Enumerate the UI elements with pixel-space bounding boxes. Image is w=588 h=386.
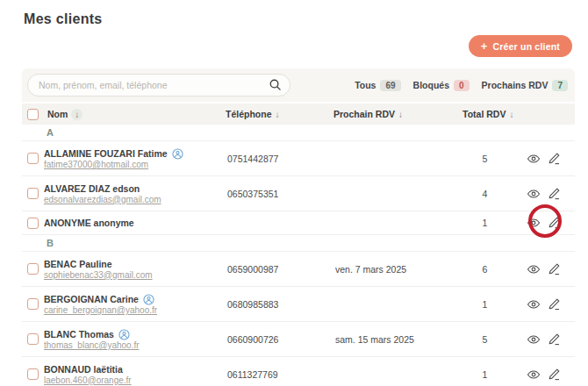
client-name-cell: BERGOIGNAN Carine carine_bergoignan@yaho… — [40, 293, 224, 315]
user-account-icon — [118, 328, 130, 340]
group-row-b: B — [22, 235, 575, 252]
edit-client-button-annotated[interactable] — [547, 216, 561, 230]
table-row[interactable]: BERGOIGNAN Carine carine_bergoignan@yaho… — [22, 287, 575, 322]
client-email-link[interactable]: carine_bergoignan@yahoo.fr — [44, 305, 224, 315]
edit-client-button[interactable] — [547, 297, 561, 311]
filter-all-count: 69 — [380, 80, 400, 91]
client-total-rdv: 5 — [443, 334, 527, 345]
group-letter: B — [47, 238, 54, 248]
client-phone: 0659000987 — [224, 264, 332, 275]
table-row[interactable]: ANONYME anonyme 1 — [22, 211, 575, 235]
table-row[interactable]: BONNAUD laëtitia laebon.460@orange.fr 06… — [22, 357, 575, 386]
view-client-button[interactable] — [527, 187, 541, 201]
sort-icon-telephone[interactable]: ↓ — [276, 110, 280, 119]
client-phone: 0680985883 — [224, 299, 332, 310]
edit-client-button[interactable] — [547, 262, 561, 276]
edit-client-button[interactable] — [547, 332, 561, 347]
group-row-a: A — [22, 125, 575, 141]
clients-panel: Tous 69 Bloqués 0 Prochains RDV 7 Nom ↓ — [22, 68, 575, 386]
create-client-label: Créer un client — [492, 41, 560, 52]
client-phone: 0650375351 — [224, 189, 332, 199]
view-client-button[interactable] — [527, 216, 541, 230]
table-row[interactable]: ALLAMINE FOUZARI Fatime fatime37000@hotm… — [22, 141, 575, 176]
view-client-button[interactable] — [527, 332, 541, 347]
client-next-rdv: sam. 15 mars 2025 — [332, 334, 443, 345]
client-next-rdv: ven. 7 mars 2025 — [332, 264, 443, 275]
client-total-rdv: 6 — [443, 264, 527, 275]
client-name: BLANC Thomas — [44, 329, 114, 340]
row-checkbox[interactable] — [27, 263, 39, 275]
user-account-icon — [143, 293, 154, 304]
client-phone: 0660900726 — [224, 334, 332, 345]
page-title: Mes clients — [24, 11, 103, 27]
user-account-icon — [172, 147, 183, 159]
filter-upcoming-rdv-count: 7 — [552, 80, 568, 91]
create-client-button[interactable]: + Créer un client — [469, 35, 572, 57]
group-letter: A — [47, 127, 54, 138]
client-name: ALLAMINE FOUZARI Fatime — [44, 148, 168, 159]
client-name: BENAC Pauline — [44, 259, 112, 269]
column-header-telephone[interactable]: Téléphone ↓ — [224, 109, 332, 119]
client-name: ALVAREZ DIAZ edson — [44, 183, 140, 194]
client-email-link[interactable]: thomas_blanc@yahoo.fr — [44, 340, 224, 350]
table-header: Nom ↓ Téléphone ↓ Prochain RDV ↓ Total R… — [22, 104, 575, 125]
client-name-cell: BLANC Thomas thomas_blanc@yahoo.fr — [40, 328, 224, 350]
clients-page: Mes clients + Créer un client Tous 69 Bl… — [0, 0, 588, 386]
view-client-button[interactable] — [527, 297, 541, 311]
column-header-total-rdv[interactable]: Total RDV ↓ — [443, 109, 527, 119]
toolbar: Tous 69 Bloqués 0 Prochains RDV 7 — [22, 68, 575, 102]
client-phone: 0751442877 — [224, 154, 332, 164]
column-header-nom[interactable]: Nom ↓ — [40, 109, 224, 120]
client-name-cell: ALLAMINE FOUZARI Fatime fatime37000@hotm… — [40, 147, 224, 169]
filter-upcoming-rdv[interactable]: Prochains RDV 7 — [482, 80, 568, 91]
filter-blocked-count: 0 — [454, 80, 470, 91]
table-row[interactable]: BLANC Thomas thomas_blanc@yahoo.fr 06609… — [22, 322, 575, 357]
row-checkbox[interactable] — [27, 188, 39, 199]
edit-client-button[interactable] — [547, 368, 561, 382]
filter-all-label: Tous — [355, 80, 376, 90]
sort-icon-prochain-rdv[interactable]: ↓ — [398, 110, 403, 119]
search-input[interactable] — [27, 74, 290, 96]
client-phone: 0611327769 — [224, 369, 332, 380]
view-client-button[interactable] — [527, 262, 541, 276]
client-email-link[interactable]: laebon.460@orange.fr — [44, 375, 224, 385]
client-total-rdv: 4 — [443, 189, 527, 199]
plus-icon: + — [481, 40, 488, 52]
filter-blocked[interactable]: Bloqués 0 — [413, 80, 470, 91]
client-name: ANONYME anonyme — [44, 218, 134, 228]
sort-icon-total-rdv[interactable]: ↓ — [509, 110, 513, 119]
view-client-button[interactable] — [527, 368, 541, 382]
edit-client-button[interactable] — [547, 187, 561, 201]
view-client-button[interactable] — [527, 152, 541, 166]
client-total-rdv: 5 — [443, 154, 527, 164]
client-name-cell: ALVAREZ DIAZ edson edsonalvarezdias@gmai… — [40, 183, 224, 204]
client-name-cell: BONNAUD laëtitia laebon.460@orange.fr — [40, 364, 224, 385]
client-total-rdv: 1 — [443, 369, 527, 380]
client-name-cell: BENAC Pauline sophiebenac33@gmail.com — [40, 259, 224, 280]
search-icon[interactable] — [269, 78, 282, 91]
column-header-prochain-rdv[interactable]: Prochain RDV ↓ — [332, 109, 443, 119]
row-checkbox[interactable] — [27, 218, 39, 229]
row-checkbox[interactable] — [27, 153, 39, 164]
search-field-wrap — [27, 74, 290, 96]
filter-all[interactable]: Tous 69 — [355, 80, 400, 91]
filter-upcoming-rdv-label: Prochains RDV — [482, 80, 549, 90]
client-email-link[interactable]: sophiebenac33@gmail.com — [44, 270, 224, 280]
client-total-rdv: 1 — [443, 299, 527, 310]
filter-tabs: Tous 69 Bloqués 0 Prochains RDV 7 — [355, 80, 568, 91]
client-name: BONNAUD laëtitia — [44, 364, 123, 375]
table-row[interactable]: BENAC Pauline sophiebenac33@gmail.com 06… — [22, 252, 575, 287]
client-total-rdv: 1 — [443, 218, 527, 228]
client-name-cell: ANONYME anonyme — [40, 218, 224, 228]
row-checkbox[interactable] — [27, 298, 39, 310]
client-email-link[interactable]: edsonalvarezdias@gmail.com — [44, 195, 224, 204]
row-checkbox[interactable] — [27, 333, 39, 345]
row-checkbox[interactable] — [27, 368, 39, 380]
client-name: BERGOIGNAN Carine — [44, 294, 139, 304]
edit-client-button[interactable] — [547, 152, 561, 166]
filter-blocked-label: Bloqués — [413, 80, 449, 90]
select-all-checkbox[interactable] — [27, 109, 39, 120]
table-row[interactable]: ALVAREZ DIAZ edson edsonalvarezdias@gmai… — [22, 176, 575, 211]
sort-icon-nom[interactable]: ↓ — [71, 109, 82, 120]
client-email-link[interactable]: fatime37000@hotmail.com — [44, 160, 224, 169]
